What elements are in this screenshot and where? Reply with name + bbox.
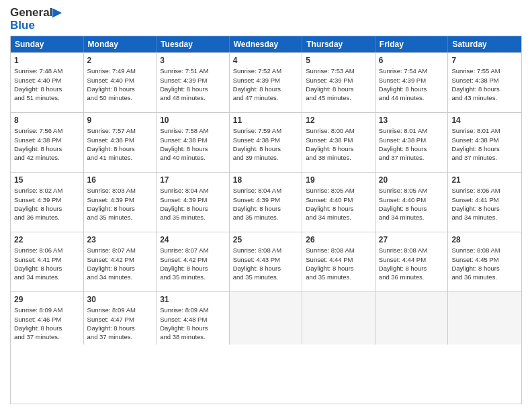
sunset: Sunset: 4:40 PM — [379, 195, 445, 204]
day-number: 26 — [306, 235, 371, 244]
day-number: 8 — [14, 116, 80, 125]
minutes: and 35 minutes. — [160, 213, 226, 222]
calendar-body: 1 Sunrise: 7:48 AM Sunset: 4:40 PM Dayli… — [11, 52, 521, 344]
header: General▶ Blue — [10, 7, 522, 32]
sunset: Sunset: 4:38 PM — [451, 76, 518, 85]
minutes: and 51 minutes. — [14, 93, 80, 102]
minutes: and 45 minutes. — [306, 93, 371, 102]
day-number: 9 — [87, 116, 153, 125]
daylight: Daylight: 8 hours — [451, 264, 518, 273]
daylight: Daylight: 8 hours — [451, 144, 518, 153]
minutes: and 35 minutes. — [160, 273, 226, 281]
sunrise: Sunrise: 8:08 AM — [379, 246, 445, 255]
daylight: Daylight: 8 hours — [14, 85, 80, 93]
sunset: Sunset: 4:39 PM — [233, 76, 299, 85]
minutes: and 36 minutes. — [451, 273, 518, 281]
minutes: and 41 minutes. — [87, 153, 153, 162]
logo-general: General▶ — [10, 7, 61, 19]
sunrise: Sunrise: 8:09 AM — [14, 306, 80, 314]
daylight: Daylight: 8 hours — [160, 204, 226, 213]
day-number: 4 — [233, 56, 299, 65]
daylight: Daylight: 8 hours — [14, 324, 80, 332]
day-cell-4: 4 Sunrise: 7:52 AM Sunset: 4:39 PM Dayli… — [230, 53, 303, 112]
day-cell-9: 9 Sunrise: 7:57 AM Sunset: 4:38 PM Dayli… — [84, 113, 157, 172]
minutes: and 43 minutes. — [451, 93, 518, 102]
sunrise: Sunrise: 8:08 AM — [451, 246, 518, 255]
sunrise: Sunrise: 7:56 AM — [14, 126, 80, 135]
minutes: and 38 minutes. — [160, 332, 226, 341]
day-number: 24 — [160, 235, 226, 244]
calendar-row-5: 29 Sunrise: 8:09 AM Sunset: 4:46 PM Dayl… — [11, 291, 521, 344]
daylight: Daylight: 8 hours — [451, 85, 518, 93]
sunset: Sunset: 4:45 PM — [451, 255, 518, 264]
day-cell-22: 22 Sunrise: 8:06 AM Sunset: 4:41 PM Dayl… — [11, 232, 84, 291]
minutes: and 36 minutes. — [14, 213, 80, 222]
day-number: 5 — [306, 56, 371, 65]
day-number: 2 — [87, 56, 153, 65]
minutes: and 48 minutes. — [160, 93, 226, 102]
day-number: 19 — [306, 175, 371, 185]
sunset: Sunset: 4:39 PM — [379, 76, 445, 85]
daylight: Daylight: 8 hours — [160, 264, 226, 273]
sunset: Sunset: 4:40 PM — [14, 76, 80, 85]
day-cell-6: 6 Sunrise: 7:54 AM Sunset: 4:39 PM Dayli… — [375, 53, 449, 112]
sunset: Sunset: 4:40 PM — [306, 195, 371, 204]
daylight: Daylight: 8 hours — [14, 264, 80, 273]
day-cell-27: 27 Sunrise: 8:08 AM Sunset: 4:44 PM Dayl… — [375, 232, 449, 291]
day-number: 7 — [451, 56, 518, 65]
day-number: 18 — [233, 175, 299, 185]
day-number: 15 — [14, 175, 80, 185]
daylight: Daylight: 8 hours — [14, 144, 80, 153]
sunset: Sunset: 4:39 PM — [14, 195, 80, 204]
sunset: Sunset: 4:47 PM — [87, 315, 153, 324]
sunset: Sunset: 4:38 PM — [379, 136, 445, 144]
day-cell-30: 30 Sunrise: 8:09 AM Sunset: 4:47 PM Dayl… — [84, 292, 157, 344]
sunset: Sunset: 4:39 PM — [87, 195, 153, 204]
daylight: Daylight: 8 hours — [306, 264, 371, 273]
day-number: 25 — [233, 235, 299, 244]
sunrise: Sunrise: 8:05 AM — [379, 186, 445, 195]
day-cell-14: 14 Sunrise: 8:01 AM Sunset: 4:38 PM Dayl… — [448, 113, 521, 172]
minutes: and 40 minutes. — [160, 153, 226, 162]
day-cell-21: 21 Sunrise: 8:06 AM Sunset: 4:41 PM Dayl… — [448, 173, 521, 232]
daylight: Daylight: 8 hours — [306, 144, 371, 153]
daylight: Daylight: 8 hours — [14, 204, 80, 213]
minutes: and 35 minutes. — [233, 273, 299, 281]
daylight: Daylight: 8 hours — [160, 85, 226, 93]
minutes: and 34 minutes. — [451, 213, 518, 222]
day-number: 3 — [160, 56, 226, 65]
minutes: and 38 minutes. — [306, 153, 371, 162]
header-day-sunday: Sunday — [11, 36, 84, 52]
day-cell-16: 16 Sunrise: 8:03 AM Sunset: 4:39 PM Dayl… — [84, 173, 157, 232]
minutes: and 47 minutes. — [233, 93, 299, 102]
day-number: 11 — [233, 116, 299, 125]
day-cell-7: 7 Sunrise: 7:55 AM Sunset: 4:38 PM Dayli… — [448, 53, 521, 112]
sunrise: Sunrise: 7:51 AM — [160, 66, 226, 75]
day-cell-25: 25 Sunrise: 8:08 AM Sunset: 4:43 PM Dayl… — [230, 232, 303, 291]
day-cell-28: 28 Sunrise: 8:08 AM Sunset: 4:45 PM Dayl… — [448, 232, 521, 291]
day-number: 20 — [379, 175, 445, 185]
day-number: 1 — [14, 56, 80, 65]
minutes: and 37 minutes. — [14, 332, 80, 341]
sunset: Sunset: 4:39 PM — [306, 76, 371, 85]
sunrise: Sunrise: 7:53 AM — [306, 66, 371, 75]
minutes: and 35 minutes. — [306, 273, 371, 281]
sunset: Sunset: 4:43 PM — [233, 255, 299, 264]
daylight: Daylight: 8 hours — [451, 204, 518, 213]
minutes: and 35 minutes. — [233, 213, 299, 222]
sunrise: Sunrise: 8:06 AM — [451, 186, 518, 195]
day-number: 27 — [379, 235, 445, 244]
daylight: Daylight: 8 hours — [379, 144, 445, 153]
calendar-row-2: 8 Sunrise: 7:56 AM Sunset: 4:38 PM Dayli… — [11, 112, 521, 172]
calendar-row-1: 1 Sunrise: 7:48 AM Sunset: 4:40 PM Dayli… — [11, 52, 521, 112]
day-number: 12 — [306, 116, 371, 125]
day-cell-20: 20 Sunrise: 8:05 AM Sunset: 4:40 PM Dayl… — [375, 173, 449, 232]
sunrise: Sunrise: 8:01 AM — [451, 126, 518, 135]
sunrise: Sunrise: 8:07 AM — [160, 246, 226, 255]
sunrise: Sunrise: 8:06 AM — [14, 246, 80, 255]
sunrise: Sunrise: 8:09 AM — [160, 306, 226, 314]
day-cell-19: 19 Sunrise: 8:05 AM Sunset: 4:40 PM Dayl… — [302, 173, 375, 232]
sunset: Sunset: 4:44 PM — [306, 255, 371, 264]
daylight: Daylight: 8 hours — [87, 204, 153, 213]
daylight: Daylight: 8 hours — [233, 144, 299, 153]
